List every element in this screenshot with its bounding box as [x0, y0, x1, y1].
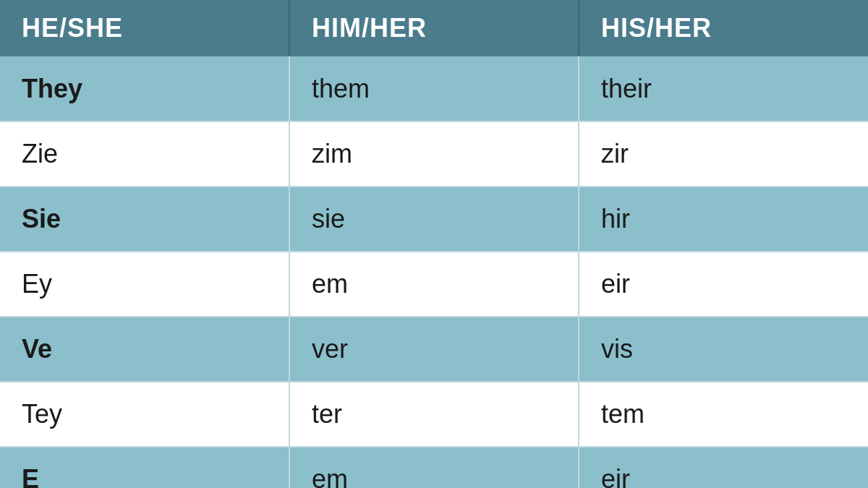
pronoun-object: em — [289, 447, 579, 488]
pronoun-object: ver — [289, 317, 579, 382]
header-him-her: HIM/HER — [289, 0, 579, 56]
pronoun-subject: Tey — [0, 382, 289, 447]
pronoun-subject: E — [0, 447, 289, 488]
pronoun-subject: Ve — [0, 317, 289, 382]
pronoun-object: em — [289, 252, 579, 317]
pronoun-object: them — [289, 56, 579, 121]
table-header-row: HE/SHE HIM/HER HIS/HER — [0, 0, 868, 56]
table-row: Eemeir — [0, 447, 868, 488]
header-he-she: HE/SHE — [0, 0, 289, 56]
pronoun-subject: Zie — [0, 121, 289, 187]
pronoun-possessive: hir — [579, 187, 868, 252]
pronoun-possessive: tem — [579, 382, 868, 447]
pronoun-subject: They — [0, 56, 289, 121]
table-row: Vevervis — [0, 317, 868, 382]
pronoun-subject: Ey — [0, 252, 289, 317]
table-row: Theythemtheir — [0, 56, 868, 121]
pronoun-possessive: their — [579, 56, 868, 121]
table-row: Siesiehir — [0, 187, 868, 252]
pronoun-possessive: zir — [579, 121, 868, 187]
pronoun-object: ter — [289, 382, 579, 447]
pronoun-object: zim — [289, 121, 579, 187]
pronoun-subject: Sie — [0, 187, 289, 252]
table-row: Ziezimzir — [0, 121, 868, 187]
header-his-her: HIS/HER — [579, 0, 868, 56]
pronoun-table-container: HE/SHE HIM/HER HIS/HER TheythemtheirZiez… — [0, 0, 868, 488]
table-row: Teytertem — [0, 382, 868, 447]
pronoun-possessive: eir — [579, 252, 868, 317]
pronoun-table: HE/SHE HIM/HER HIS/HER TheythemtheirZiez… — [0, 0, 868, 488]
pronoun-object: sie — [289, 187, 579, 252]
pronoun-possessive: eir — [579, 447, 868, 488]
pronoun-possessive: vis — [579, 317, 868, 382]
table-row: Eyemeir — [0, 252, 868, 317]
